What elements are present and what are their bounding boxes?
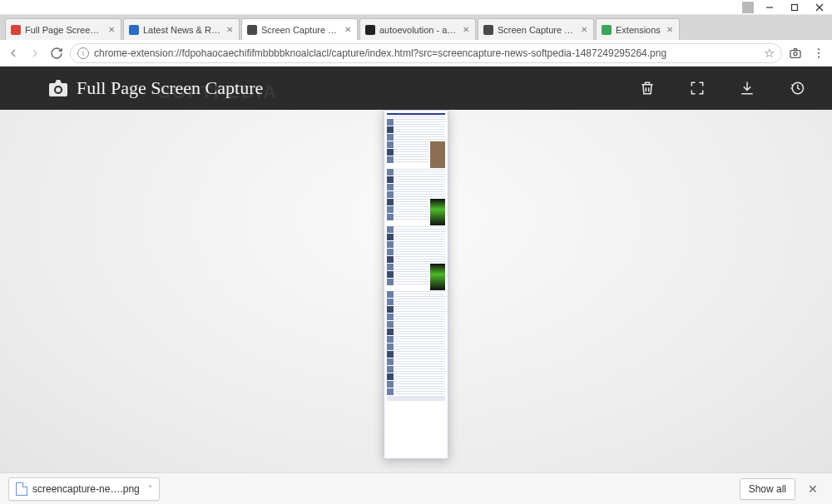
tab-screen-capture-result-2[interactable]: Screen Capture Result ✕ <box>478 18 594 40</box>
reload-icon[interactable] <box>50 47 63 60</box>
download-icon[interactable] <box>739 80 755 96</box>
file-icon <box>16 482 27 496</box>
svg-point-7 <box>818 52 820 53</box>
history-icon[interactable] <box>789 80 805 96</box>
address-bar[interactable]: i chrome-extension://fdpohaocaechififmbb… <box>70 43 782 63</box>
tab-close-icon[interactable]: ✕ <box>344 26 352 34</box>
toolbar-right <box>789 47 825 60</box>
header-actions <box>639 80 805 96</box>
user-profile-badge[interactable] <box>742 2 754 13</box>
nav-buttons <box>7 47 63 60</box>
browser-toolbar: i chrome-extension://fdpohaocaechififmbb… <box>0 40 832 67</box>
app-header: Full Page Screen Capture SOFTPEDIA <box>0 67 832 110</box>
window-close-button[interactable] <box>807 0 832 15</box>
url-text: chrome-extension://fdpohaocaechififmbbbb… <box>94 47 759 59</box>
tab-label: Extensions <box>616 25 661 35</box>
forward-icon[interactable] <box>28 47 42 60</box>
tab-close-icon[interactable]: ✕ <box>580 26 588 34</box>
back-icon[interactable] <box>7 47 20 60</box>
tab-autoevolution[interactable]: autoevolution - autom ✕ <box>359 18 476 40</box>
svg-rect-1 <box>792 4 798 10</box>
chevron-up-icon[interactable]: ˄ <box>148 484 152 493</box>
delete-icon[interactable] <box>639 80 656 96</box>
svg-point-11 <box>56 87 61 92</box>
tab-label: Screen Capture Result <box>498 25 575 35</box>
tab-close-icon[interactable]: ✕ <box>462 26 470 34</box>
tab-close-icon[interactable]: ✕ <box>666 26 674 34</box>
window-maximize-button[interactable] <box>782 0 807 15</box>
extension-camera-icon[interactable] <box>789 47 802 60</box>
expand-icon[interactable] <box>689 80 706 96</box>
watermark-text: SOFTPEDIA <box>158 82 278 103</box>
tab-latest-news[interactable]: Latest News & Reviews ✕ <box>123 18 240 40</box>
menu-dots-icon[interactable] <box>812 47 825 60</box>
capture-viewport <box>0 110 832 472</box>
tab-screen-capture-result-active[interactable]: Screen Capture Result ✕ <box>241 18 358 40</box>
downloads-close-icon[interactable]: ✕ <box>802 482 824 496</box>
tab-label: Latest News & Reviews <box>143 25 220 35</box>
tab-close-icon[interactable]: ✕ <box>107 26 116 34</box>
svg-point-8 <box>818 56 820 57</box>
download-filename: screencapture-ne….png <box>32 483 140 495</box>
svg-point-6 <box>818 48 820 50</box>
tab-full-page-screen-capture[interactable]: Full Page Screen Captu ✕ <box>5 18 121 40</box>
window-minimize-button[interactable] <box>757 0 782 15</box>
app-logo-camera-icon <box>48 79 68 97</box>
favicon <box>247 25 257 35</box>
tab-extensions[interactable]: Extensions ✕ <box>596 18 680 40</box>
show-all-button[interactable]: Show all <box>740 478 795 500</box>
favicon <box>11 25 21 35</box>
favicon <box>483 25 493 35</box>
tab-close-icon[interactable]: ✕ <box>225 26 234 34</box>
favicon <box>602 25 612 35</box>
favicon <box>365 25 375 35</box>
tab-label: Screen Capture Result <box>261 25 339 35</box>
bookmark-star-icon[interactable]: ☆ <box>764 46 775 61</box>
svg-rect-4 <box>790 50 800 57</box>
captured-page-thumbnail[interactable] <box>384 110 448 459</box>
site-info-icon[interactable]: i <box>77 47 89 59</box>
favicon <box>129 25 139 35</box>
show-all-label: Show all <box>749 483 786 495</box>
downloads-bar: screencapture-ne….png ˄ Show all ✕ <box>0 472 832 504</box>
svg-point-5 <box>794 52 797 55</box>
window-controls <box>757 0 832 15</box>
tab-label: Full Page Screen Captu <box>25 25 102 35</box>
browser-tabstrip: Full Page Screen Captu ✕ Latest News & R… <box>0 15 832 40</box>
tab-label: autoevolution - autom <box>379 25 457 35</box>
download-item[interactable]: screencapture-ne….png ˄ <box>8 477 160 501</box>
window-titlebar <box>0 0 832 15</box>
